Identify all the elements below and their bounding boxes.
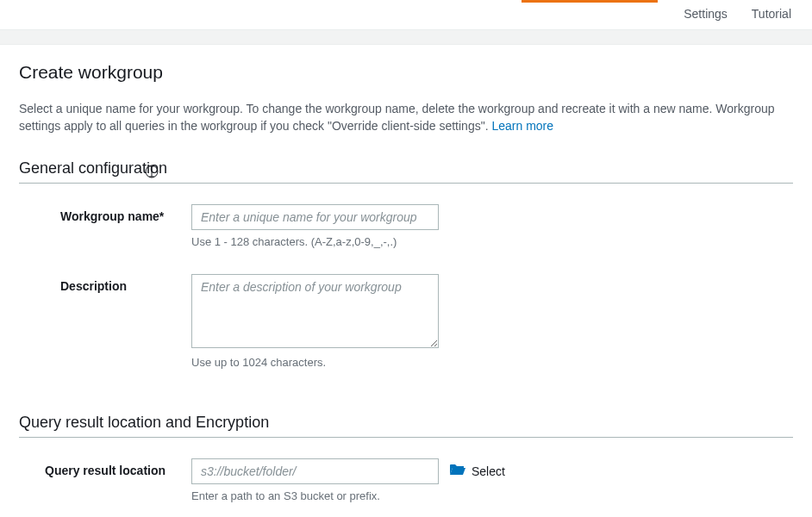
- workgroup-name-input[interactable]: [191, 204, 439, 230]
- select-bucket-label: Select: [472, 464, 505, 478]
- header-divider: [0, 29, 812, 45]
- description-label: Description: [19, 274, 191, 369]
- learn-more-link[interactable]: Learn more: [491, 119, 553, 133]
- intro-text: Select a unique name for your workgroup.…: [19, 100, 786, 135]
- description-row: Description Use up to 1024 characters.: [19, 274, 793, 369]
- top-bar: Settings Tutorial: [0, 0, 812, 29]
- query-result-section: Query result location and Encryption Que…: [19, 414, 793, 502]
- query-result-location-label: Query result location: [19, 458, 191, 502]
- workgroup-name-label: Workgroup name*: [19, 204, 191, 248]
- section-title-general: General configuration: [19, 159, 793, 184]
- workgroup-name-row: Workgroup name* Use 1 - 128 characters. …: [19, 204, 793, 248]
- active-tab-indicator: [522, 0, 658, 3]
- query-result-location-hint: Enter a path to an S3 bucket or prefix.: [191, 489, 505, 502]
- workgroup-name-hint: Use 1 - 128 characters. (A-Z,a-z,0-9,_,-…: [191, 235, 439, 248]
- tutorial-link[interactable]: Tutorial: [752, 7, 791, 21]
- description-textarea[interactable]: [191, 274, 439, 348]
- page-title: Create workgroup: [19, 62, 793, 83]
- general-config-section: General configuration Workgroup name* Us…: [19, 159, 793, 369]
- description-hint: Use up to 1024 characters.: [191, 356, 439, 369]
- folder-open-icon: [449, 463, 466, 479]
- settings-link[interactable]: Settings: [684, 7, 728, 21]
- intro-body: Select a unique name for your workgroup.…: [19, 102, 775, 133]
- select-bucket-button[interactable]: Select: [449, 463, 505, 479]
- query-result-location-input[interactable]: [191, 458, 439, 484]
- query-result-location-row: Query result location Select Ent: [19, 458, 793, 502]
- section-title-query: Query result location and Encryption: [19, 414, 793, 438]
